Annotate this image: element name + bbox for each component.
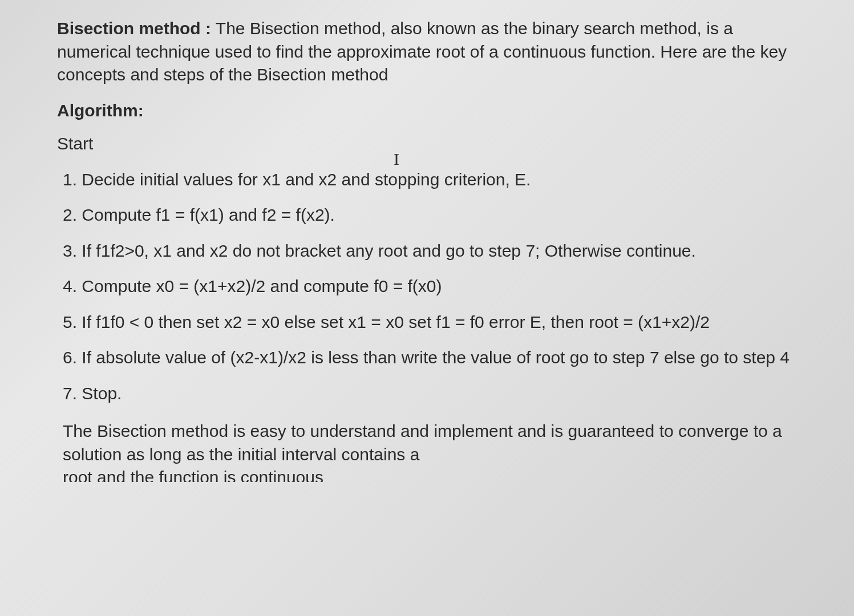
intro-paragraph: Bisection method : The Bisection method,… xyxy=(57,17,797,87)
document-content: Bisection method : The Bisection method,… xyxy=(57,17,797,482)
start-label: Start xyxy=(57,132,797,156)
step-6: 6. If absolute value of (x2-x1)/x2 is le… xyxy=(57,346,797,370)
algorithm-heading: Algorithm: xyxy=(57,99,797,123)
step-5: 5. If f1f0 < 0 then set x2 = x0 else set… xyxy=(57,311,797,334)
step-1: 1. Decide initial values for x1 and x2 a… xyxy=(57,168,797,192)
intro-title: Bisection method : xyxy=(57,19,211,38)
step-3: 3. If f1f2>0, x1 and x2 do not bracket a… xyxy=(57,240,797,263)
step-4: 4. Compute x0 = (x1+x2)/2 and compute f0… xyxy=(57,275,797,298)
conclusion-line1: The Bisection method is easy to understa… xyxy=(63,422,782,464)
step-7: 7. Stop. xyxy=(57,382,797,406)
conclusion-line2-cutoff: root and the function is continuous xyxy=(63,466,797,482)
conclusion-paragraph: The Bisection method is easy to understa… xyxy=(57,420,797,482)
step-2: 2. Compute f1 = f(x1) and f2 = f(x2). xyxy=(57,204,797,227)
